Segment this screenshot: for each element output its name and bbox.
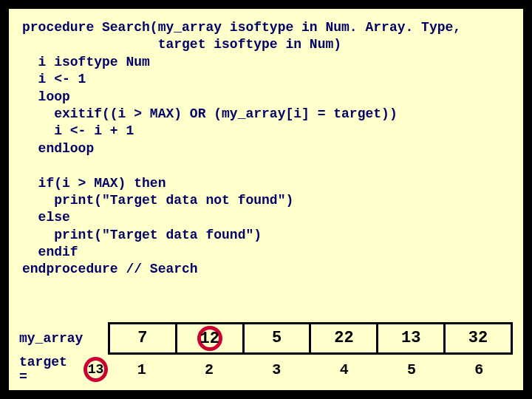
code-line: endprocedure // Search	[22, 262, 198, 276]
code-line: print("Target data not found")	[22, 193, 293, 208]
code-line: endloop	[22, 141, 94, 156]
array-values-row: my_array 7125221332	[19, 322, 513, 355]
code-line: target isoftype in Num)	[22, 37, 341, 52]
code-line: endif	[22, 245, 78, 259]
code-line: i <- i + 1	[22, 123, 134, 138]
index-cell: 6	[446, 360, 513, 380]
array-cells: 7125221332	[108, 322, 513, 355]
array-cell: 5	[242, 322, 310, 355]
code-line: exitif((i > MAX) OR (my_array[i] = targe…	[22, 106, 398, 121]
slide-frame: procedure Search(my_array isoftype in Nu…	[0, 0, 532, 399]
code-line: procedure Search(my_array isoftype in Nu…	[22, 20, 461, 35]
array-cell: 22	[309, 322, 376, 355]
current-element-circle: 12	[197, 326, 222, 351]
array-cell: 32	[443, 322, 513, 355]
array-cell: 13	[376, 322, 443, 355]
array-visualization: my_array 7125221332 target = 13 123456	[9, 322, 523, 384]
array-cell: 7	[108, 322, 175, 355]
index-cells: 123456	[108, 360, 513, 380]
array-cell: 12	[175, 322, 242, 355]
code-line: i <- 1	[22, 72, 86, 86]
index-cell: 4	[310, 360, 378, 380]
target-label: target = 13	[19, 355, 108, 384]
target-value-circle: 13	[83, 357, 108, 382]
index-cell: 2	[175, 360, 242, 380]
index-cell: 5	[378, 360, 445, 380]
code-block: procedure Search(my_array isoftype in Nu…	[22, 19, 510, 279]
code-line: print("Target data found")	[22, 228, 262, 242]
target-prefix: target =	[19, 355, 81, 384]
my-array-label: my_array	[19, 331, 108, 346]
array-indices-row: target = 13 123456	[19, 355, 513, 384]
code-line: loop	[22, 89, 70, 104]
index-cell: 1	[108, 360, 175, 380]
code-line: i isoftype Num	[22, 55, 150, 69]
code-line: if(i > MAX) then	[22, 176, 166, 191]
code-line: else	[22, 210, 70, 225]
target-value: 13	[88, 362, 104, 377]
slide-content: procedure Search(my_array isoftype in Nu…	[7, 7, 525, 392]
index-cell: 3	[243, 360, 310, 380]
